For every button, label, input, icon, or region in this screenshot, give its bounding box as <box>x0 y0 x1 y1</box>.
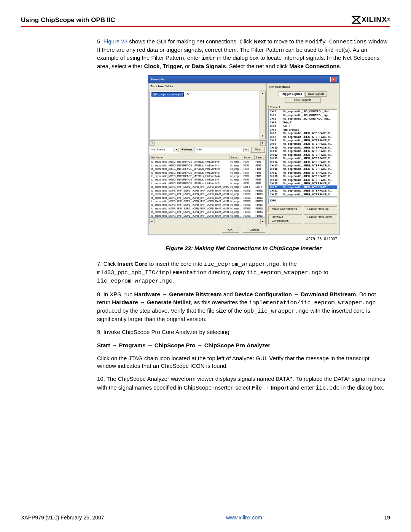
net-name-combo[interactable]: Net Name ▾ <box>150 147 180 153</box>
chevron-down-icon[interactable]: ▾ <box>174 148 179 152</box>
channel-row[interactable]: CH:2/iic_eeprom/iic_I/IIC_CONTROL_I/ge..… <box>269 117 337 120</box>
step-9-desc: Click on the JTAG chain icon located at … <box>97 355 390 370</box>
table-row[interactable]: iic_eeprom/iic_I/OPB_IPIF_SSP1_I/OPB_IPI… <box>150 200 266 203</box>
table-row[interactable]: iic_eeprom/iic_I/REG_INTERFACE_MP2Bus_In… <box>150 160 266 164</box>
table-row[interactable]: iic_eeprom/iic_I/OPB_IPIF_SSP1_I/OPB_IPI… <box>150 192 266 196</box>
channel-table[interactable]: Channel CH:0/iic_eeprom/iic_I/IIC_CONTRO… <box>268 105 337 197</box>
column-header[interactable]: Sourc... <box>229 155 242 160</box>
reg-mark: ® <box>387 18 390 22</box>
scroll-right-icon[interactable]: ▸ <box>260 141 266 146</box>
filter-button[interactable]: Filter <box>251 147 265 153</box>
pattern-label: Pattern: <box>182 148 193 152</box>
channel-row[interactable]: CH:16/iic_eeprom/iic_I/REG_INTERFACE_I/.… <box>269 167 337 171</box>
channel-row[interactable]: CH:18/iic_eeprom/iic_I/REG_INTERFACE_I/.… <box>269 174 337 178</box>
step-5: 5. Figure 23 shows the GUI for making ne… <box>97 38 390 70</box>
channel-row[interactable]: CH:20/iic_eeprom/iic_I/REG_INTERFACE_I/.… <box>269 182 337 185</box>
step-8: 8. In XPS, run Hardware → Generate Bitst… <box>97 291 390 323</box>
figure-id: X979_23_012907 <box>97 236 337 242</box>
scroll-down-icon[interactable]: ▾ <box>260 134 265 139</box>
dialog-titlebar[interactable]: Select Net X <box>148 76 339 83</box>
chevron-down-icon[interactable]: ▾ <box>243 148 249 152</box>
channel-row[interactable]: CH:10/iic_eeprom/iic_I/REG_INTERFACE_I/.… <box>269 146 337 149</box>
ok-button[interactable]: OK <box>222 227 239 233</box>
pattern-value: *intr* <box>196 148 202 152</box>
scroll-up-icon[interactable]: ▴ <box>260 91 265 96</box>
tab-data-signals[interactable]: Data Signals <box>305 91 327 97</box>
channel-row[interactable]: CH:14/iic_eeprom/iic_I/REG_INTERFACE_I/.… <box>269 160 337 164</box>
table-row[interactable]: iic_eeprom/iic_I/OPB_IPIF_SSP1_I/OPB_IPI… <box>150 210 266 214</box>
channel-row[interactable]: CH:13/iic_eeprom/iic_I/REG_INTERFACE_I/.… <box>269 157 337 160</box>
channel-row[interactable]: CH:12/iic_eeprom/iic_I/REG_INTERFACE_I/.… <box>269 153 337 157</box>
make-connections-button[interactable]: Make Connections <box>268 206 302 212</box>
table-row[interactable]: iic_eeprom/iic_I/OPB_IPIF_SSP1_I/OPB_IPI… <box>150 207 266 210</box>
step-9: 9. Invoke ChipScope Pro Core Analyzer by… <box>97 328 390 336</box>
port-box[interactable]: DP0 <box>268 198 337 204</box>
pattern-input[interactable]: *intr* ▾ <box>194 147 250 153</box>
table-row[interactable]: iic_eeprom/iic_I/OPB_IPIF_SSP1_I/OPB_IPI… <box>150 185 266 189</box>
figure-caption: Figure 23: Making Net Connections in Chi… <box>97 244 390 252</box>
figure-23: Select Net X Structure / Nets / [iic_eep… <box>97 75 390 235</box>
structure-nets-label: Structure / Nets <box>148 83 266 90</box>
sigma-icon <box>352 16 361 24</box>
scroll-right-icon[interactable]: ▸ <box>260 219 266 224</box>
dialog-title: Select Net <box>151 78 166 82</box>
table-row[interactable]: iic_eeprom/iic_I/REG_INTERFACE_MP2Bus_In… <box>150 182 266 185</box>
channel-row[interactable]: CH:0/iic_eeprom/iic_I/IIC_CONTROL_I/bu..… <box>269 110 337 113</box>
table-row[interactable]: iic_eeprom/iic_I/REG_INTERFACE_MP2Bus_In… <box>150 178 266 181</box>
column-header[interactable]: Sourc... <box>242 155 255 160</box>
column-header[interactable]: Base... <box>254 155 265 160</box>
signal-tabs: Trigger Signals Data Signals Clock Signa… <box>268 91 338 104</box>
logo-text: XILINX <box>362 15 387 24</box>
table-row[interactable]: iic_eeprom/iic_I/OPB_IPIF_SSP1_I/OPB_IPI… <box>150 196 266 200</box>
channel-row[interactable]: CH:9/iic_eeprom/iic_I/REG_INTERFACE_I/..… <box>269 142 337 145</box>
header-title: Using ChipScope with OPB IIC <box>21 16 115 24</box>
channel-row[interactable]: CH:1/iic_eeprom/iic_I/IIC_CONTROL_I/ge..… <box>269 113 337 117</box>
channel-row[interactable]: CH:23/iic_eeprom/iic_I/REG_INTERFACE_I/.… <box>269 193 337 197</box>
step-7: 7. Click Insert Core to insert the core … <box>97 260 390 286</box>
table-row[interactable]: iic_eeprom/iic_I/REG_INTERFACE_MP2Bus_In… <box>150 164 266 167</box>
table-row[interactable]: iic_eeprom/iic_I/OPB_IPIF_SSP1_I/OPB_IPI… <box>150 189 266 192</box>
move-nets-down-button[interactable]: ↓ Move Nets Down <box>304 214 338 224</box>
remove-connections-button[interactable]: Remove Connections <box>268 214 302 224</box>
page-header: Using ChipScope with OPB IIC XILINX ® <box>21 15 390 27</box>
cursor-icon: ↖ <box>187 93 190 96</box>
channel-row[interactable]: CH:8/iic_eeprom/iic_I/REG_INTERFACE_I/..… <box>269 139 337 142</box>
move-nets-up-button[interactable]: ↑ Move Nets Up <box>304 206 338 212</box>
channel-row[interactable]: CH:17/iic_eeprom/iic_I/REG_INTERFACE_I/.… <box>269 171 337 174</box>
channel-header: Channel <box>269 105 337 110</box>
step-10: 10. The ChipScope Analyzer waveform view… <box>97 375 390 392</box>
scroll-left-icon[interactable]: ◂ <box>149 141 155 146</box>
channel-row[interactable]: CH:15/iic_eeprom/iic_I/REG_INTERFACE_I/.… <box>269 164 337 167</box>
table-row[interactable]: iic_eeprom/iic_I/REG_INTERFACE_MP2Bus_In… <box>150 171 266 174</box>
netlist-scrollbar-h[interactable]: ◂ ▸ <box>149 219 266 224</box>
tab-trigger-signals[interactable]: Trigger Signals <box>279 91 304 97</box>
tree-scrollbar-v[interactable]: ▴ ▾ <box>260 91 265 139</box>
select-net-dialog: Select Net X Structure / Nets / [iic_eep… <box>148 75 339 235</box>
table-row[interactable]: iic_eeprom/iic_I/REG_INTERFACE_MP2Bus_In… <box>150 174 266 178</box>
structure-tree[interactable]: / [iic_eeprom_wrappe] ↖ ▴ ▾ <box>149 91 266 139</box>
channel-row[interactable]: CH:21/iic_eeprom/iic_I/REG_INTERFACE_... <box>269 185 337 189</box>
tab-clock-signals[interactable]: Clock Signals <box>285 97 321 103</box>
table-row[interactable]: iic_eeprom/iic_I/OPB_IPIF_SSP1_I/OPB_IPI… <box>150 214 266 218</box>
table-row[interactable]: iic_eeprom/iic_I/OPB_IPIF_SSP1_I/OPB_IPI… <box>150 203 266 206</box>
channel-row[interactable]: CH:19/iic_eeprom/iic_I/REG_INTERFACE_I/.… <box>269 178 337 182</box>
table-row[interactable]: iic_eeprom/iic_I/REG_INTERFACE_MP2Bus_In… <box>150 167 266 171</box>
cancel-button[interactable]: Cancel <box>243 227 265 233</box>
step-9-path: Start → Programs → ChipScope Pro → ChipS… <box>97 342 390 349</box>
close-icon[interactable]: X <box>330 77 336 82</box>
channel-row[interactable]: CH:4/Scl_T <box>269 124 337 128</box>
channel-row[interactable]: CH:3/Sda_T <box>269 121 337 124</box>
channel-row[interactable]: CH:22/iic_eeprom/iic_I/REG_INTERFACE_I/.… <box>269 189 337 192</box>
channel-row[interactable]: CH:5/Sln_xferAck <box>269 128 337 131</box>
tree-scrollbar-h[interactable]: ◂ ▸ <box>149 140 266 146</box>
channel-row[interactable]: CH:11/iic_eeprom/iic_I/REG_INTERFACE_I/.… <box>269 149 337 153</box>
tree-selected-item[interactable]: / [iic_eeprom_wrappe] <box>151 92 184 97</box>
scroll-left-icon[interactable]: ◂ <box>149 219 155 224</box>
channel-row[interactable]: CH:7/iic_eeprom/iic_I/REG_INTERFACE_I/..… <box>269 135 337 139</box>
net-list-table[interactable]: Net NameSourc...Sourc...Base... iic_eepr… <box>149 155 266 218</box>
column-header[interactable]: Net Name <box>150 155 229 160</box>
xilinx-logo: XILINX ® <box>352 15 390 24</box>
figure-23-link[interactable]: Figure 23 <box>104 38 127 45</box>
net-name-label: Net Name <box>151 148 165 152</box>
channel-row[interactable]: CH:6/iic_eeprom/iic_I/REG_INTERFACE_I/..… <box>269 131 337 135</box>
